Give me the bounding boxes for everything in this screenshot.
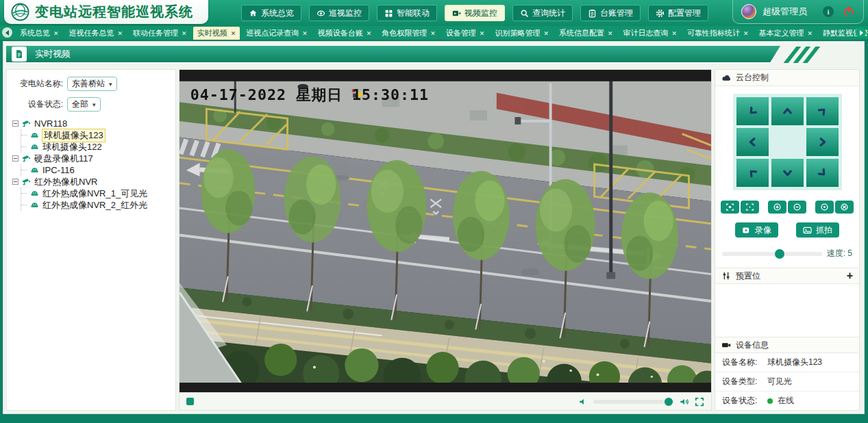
nav-inspection-monitor[interactable]: 巡视监控 xyxy=(309,5,369,21)
tab-label: 角色权限管理 xyxy=(382,28,427,38)
info-icon[interactable]: i xyxy=(823,6,834,17)
device-status-select[interactable]: 全部 ▾ xyxy=(67,97,101,112)
tab-system-info-config[interactable]: 系统信息配置✕ xyxy=(555,27,617,40)
zoom-out-button[interactable] xyxy=(788,201,806,214)
tree-label-dvr117[interactable]: 硬盘录像机117 xyxy=(34,153,93,165)
tab-reliability-stats[interactable]: 可靠性指标统计✕ xyxy=(683,27,753,40)
volume-slider-thumb[interactable] xyxy=(665,398,673,406)
speaker-icon[interactable] xyxy=(680,397,689,407)
tab-realtime-video[interactable]: 实时视频✕ xyxy=(193,27,240,40)
tree-item-infrared-2-infrared[interactable]: 红外热成像NVR_2_红外光 xyxy=(21,199,170,211)
nav-query-stats[interactable]: 查询统计 xyxy=(512,5,573,21)
tree-label-ipc-116[interactable]: IPC-116 xyxy=(42,165,75,175)
ptz-up-button[interactable] xyxy=(771,97,804,125)
close-icon[interactable]: ✕ xyxy=(480,30,485,37)
tree-node-infrared-nvr[interactable]: 红外热像机NVR xyxy=(12,176,170,188)
tab-basic-definition[interactable]: 基本定义管理✕ xyxy=(755,27,817,40)
focus-near-button[interactable] xyxy=(721,201,739,214)
zoom-in-button[interactable] xyxy=(768,201,786,214)
ptz-up-left-button[interactable] xyxy=(736,97,769,125)
tree-item-ball-camera-122[interactable]: 球机摄像头122 xyxy=(21,141,170,153)
snapshot-button[interactable]: 抓拍 xyxy=(796,222,839,238)
ptz-down-right-button[interactable] xyxy=(806,159,839,187)
speed-slider[interactable] xyxy=(722,252,822,256)
speed-slider-thumb[interactable] xyxy=(775,249,784,259)
tree-node-dvr117[interactable]: 硬盘录像机117 xyxy=(12,153,170,164)
iris-close-button[interactable] xyxy=(835,201,854,214)
nav-video-monitor[interactable]: 视频监控 xyxy=(445,5,505,21)
tree-label-infrared-nvr[interactable]: 红外热像机NVR xyxy=(34,176,97,188)
tab-inspection-point-records[interactable]: 巡视点记录查询✕ xyxy=(242,27,312,40)
home-icon xyxy=(249,9,258,18)
ptz-left-button[interactable] xyxy=(736,128,769,156)
ptz-down-left-button[interactable] xyxy=(736,159,769,187)
tab-recognition-strategy[interactable]: 识别策略管理✕ xyxy=(491,27,553,40)
close-icon[interactable]: ✕ xyxy=(430,30,436,37)
tab-scroll-left-icon[interactable] xyxy=(2,27,12,38)
ptz-up-right-button[interactable] xyxy=(806,97,839,125)
nav-smart-linkage[interactable]: 智能联动 xyxy=(377,5,437,21)
mute-speaker-icon[interactable] xyxy=(578,397,588,407)
close-icon[interactable]: ✕ xyxy=(302,30,308,37)
nav-config-management[interactable]: 配置管理 xyxy=(648,5,708,21)
tree-label-ball-camera-123[interactable]: 球机摄像头123 xyxy=(42,129,105,142)
fullscreen-icon[interactable] xyxy=(695,397,704,407)
stop-button[interactable] xyxy=(186,398,194,405)
close-icon[interactable]: ✕ xyxy=(608,30,613,37)
close-icon[interactable]: ✕ xyxy=(671,30,677,37)
tree-label-ball-camera-122[interactable]: 球机摄像头122 xyxy=(42,141,102,153)
tab-video-device-ledger[interactable]: 视频设备台账✕ xyxy=(314,27,376,40)
ptz-right-button[interactable] xyxy=(806,128,839,156)
tree-label-infrared-1-visible[interactable]: 红外热成像NVR_1_可见光 xyxy=(42,188,147,200)
tab-role-permission[interactable]: 角色权限管理✕ xyxy=(377,27,440,40)
collapse-icon[interactable] xyxy=(12,155,18,162)
collapse-icon[interactable] xyxy=(12,120,18,127)
tab-audit-log[interactable]: 审计日志查询✕ xyxy=(619,27,681,40)
tab-inspection-task-overview[interactable]: 巡视任务总览✕ xyxy=(65,27,127,40)
focus-far-button[interactable] xyxy=(741,201,759,214)
close-icon[interactable]: ✕ xyxy=(808,30,813,37)
nav-label: 台账管理 xyxy=(600,8,633,19)
tree-node-nvr118[interactable]: NVR118 xyxy=(12,118,170,129)
add-preset-button[interactable]: + xyxy=(847,270,853,281)
avatar[interactable] xyxy=(741,4,756,19)
device-type-label: 设备类型: xyxy=(722,376,765,387)
eye-icon xyxy=(317,9,325,18)
tab-scroll-right-icon[interactable] xyxy=(856,27,866,38)
tab-label: 系统信息配置 xyxy=(559,28,604,38)
tab-device-management[interactable]: 设备管理✕ xyxy=(442,27,489,40)
tab-linkage-task-management[interactable]: 联动任务管理✕ xyxy=(129,27,191,40)
tree-children: 红外热成像NVR_1_可见光 红外热成像NVR_2_红外光 xyxy=(21,188,170,211)
close-icon[interactable]: ✕ xyxy=(182,30,187,37)
tree-label-infrared-2-infrared[interactable]: 红外热成像NVR_2_红外光 xyxy=(42,199,147,212)
nav-system-overview[interactable]: 系统总览 xyxy=(241,5,301,21)
power-icon[interactable] xyxy=(843,5,855,18)
tree-label-nvr118[interactable]: NVR118 xyxy=(34,118,67,129)
close-icon[interactable]: ✕ xyxy=(743,30,749,37)
clipboard-icon xyxy=(588,9,597,18)
station-select[interactable]: 东善桥站 ▾ xyxy=(67,77,117,91)
app-header: 变电站远程智能巡视系统 系统总览 巡视监控 智能联动 视频监控 查询统计 台账管… xyxy=(0,0,868,26)
collapse-icon[interactable] xyxy=(12,179,18,185)
tree-children: IPC-116 xyxy=(21,164,170,176)
tab-label: 巡视点记录查询 xyxy=(246,28,299,38)
tab-label: 实时视频 xyxy=(197,28,227,38)
nav-ledger-management[interactable]: 台账管理 xyxy=(580,5,641,21)
close-icon[interactable]: ✕ xyxy=(543,30,549,37)
close-icon[interactable]: ✕ xyxy=(53,30,59,37)
tree-item-infrared-1-visible[interactable]: 红外热成像NVR_1_可见光 xyxy=(21,188,170,199)
tree-item-ball-camera-123[interactable]: 球机摄像头123 xyxy=(21,129,170,141)
volume-slider[interactable] xyxy=(593,400,674,404)
iris-open-button[interactable] xyxy=(815,201,834,214)
record-button[interactable]: 录像 xyxy=(735,222,778,238)
tab-label: 可靠性指标统计 xyxy=(687,28,740,38)
close-icon[interactable]: ✕ xyxy=(118,30,123,37)
tab-bar: 系统总览✕ 巡视任务总览✕ 联动任务管理✕ 实时视频✕ 巡视点记录查询✕ 视频设… xyxy=(0,26,868,40)
ptz-panel: 云台控制 xyxy=(715,69,860,411)
video-icon xyxy=(452,9,461,18)
tree-item-ipc-116[interactable]: IPC-116 xyxy=(21,164,170,176)
close-icon[interactable]: ✕ xyxy=(231,30,236,37)
tab-system-overview[interactable]: 系统总览✕ xyxy=(16,27,63,40)
close-icon[interactable]: ✕ xyxy=(367,30,372,37)
ptz-down-button[interactable] xyxy=(771,159,804,187)
